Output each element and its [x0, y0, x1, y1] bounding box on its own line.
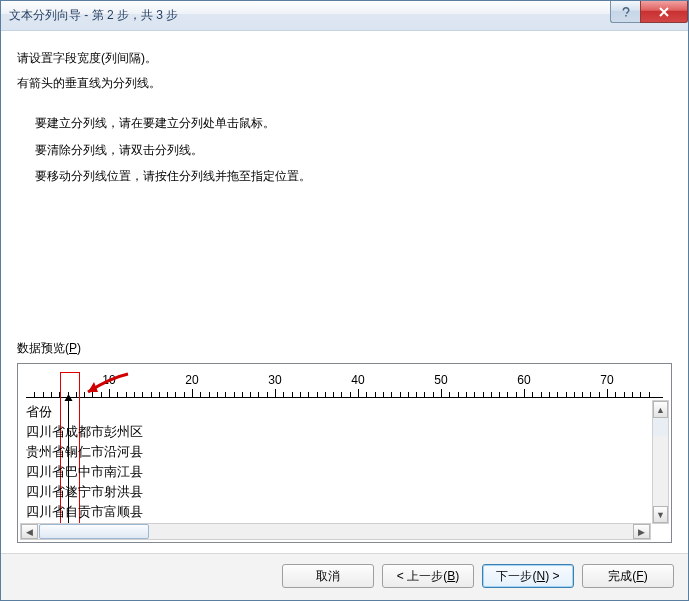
scroll-left-button[interactable]: ◀	[21, 524, 38, 539]
preview-row: 贵州省铜仁市沿河县	[26, 442, 649, 462]
instruction-move: 要移动分列线位置，请按住分列线并拖至指定位置。	[35, 166, 672, 186]
help-button[interactable]	[610, 1, 640, 23]
next-button[interactable]: 下一步(N) >	[482, 564, 574, 588]
intro-line-1: 请设置字段宽度(列间隔)。	[17, 49, 672, 68]
preview-box[interactable]: 10203040506070 省份四川省成都市彭州区贵州省铜仁市沿河县四川省巴中…	[17, 363, 672, 543]
ruler-tick-50: 50	[434, 373, 447, 387]
preview-row: 省份	[26, 402, 649, 422]
ruler-tick-10: 10	[102, 373, 115, 387]
close-button[interactable]	[640, 1, 688, 23]
instruction-create: 要建立分列线，请在要建立分列处单击鼠标。	[35, 113, 672, 133]
preview-row: 四川省巴中市南江县	[26, 462, 649, 482]
window-title: 文本分列向导 - 第 2 步，共 3 步	[9, 7, 178, 24]
dialog-footer: 取消 < 上一步(B) 下一步(N) > 完成(F)	[1, 553, 688, 600]
finish-button[interactable]: 完成(F)	[582, 564, 674, 588]
titlebar-buttons	[610, 1, 688, 23]
help-icon	[620, 6, 632, 18]
preview-row: 四川省成都市彭州区	[26, 422, 649, 442]
dialog-body: 请设置字段宽度(列间隔)。 有箭头的垂直线为分列线。 要建立分列线，请在要建立分…	[1, 31, 688, 553]
scroll-right-button[interactable]: ▶	[633, 524, 650, 539]
scroll-thumb[interactable]	[39, 524, 149, 539]
scroll-down-button[interactable]: ▼	[653, 506, 668, 523]
ruler[interactable]: 10203040506070	[26, 372, 663, 398]
ruler-tick-20: 20	[185, 373, 198, 387]
ruler-tick-30: 30	[268, 373, 281, 387]
ruler-tick-40: 40	[351, 373, 364, 387]
titlebar: 文本分列向导 - 第 2 步，共 3 步	[1, 1, 688, 31]
preview-section: 数据预览(P) 10203040506070 省份四川省成都市彭州区贵州省铜仁市…	[17, 340, 672, 543]
preview-label: 数据预览(P)	[17, 340, 672, 357]
back-button[interactable]: < 上一步(B)	[382, 564, 474, 588]
wizard-dialog: 文本分列向导 - 第 2 步，共 3 步 请设置字段宽度(列间隔)。 有箭头的垂…	[0, 0, 689, 601]
ruler-tick-70: 70	[600, 373, 613, 387]
preview-row: 四川省遂宁市射洪县	[26, 482, 649, 502]
break-line-arrowhead[interactable]	[65, 394, 73, 401]
scroll-up-button[interactable]: ▲	[653, 401, 668, 418]
preview-row: 四川省自贡市富顺县	[26, 502, 649, 522]
close-icon	[658, 6, 670, 18]
intro-line-2: 有箭头的垂直线为分列线。	[17, 74, 672, 93]
cancel-button[interactable]: 取消	[282, 564, 374, 588]
vertical-scrollbar[interactable]: ▲ ▼	[652, 400, 669, 524]
horizontal-scrollbar[interactable]: ◀ ▶	[20, 523, 651, 540]
instruction-clear: 要清除分列线，请双击分列线。	[35, 140, 672, 160]
intro-text: 请设置字段宽度(列间隔)。 有箭头的垂直线为分列线。	[17, 49, 672, 99]
preview-data: 省份四川省成都市彭州区贵州省铜仁市沿河县四川省巴中市南江县四川省遂宁市射洪县四川…	[26, 402, 649, 526]
instruction-list: 要建立分列线，请在要建立分列处单击鼠标。 要清除分列线，请双击分列线。 要移动分…	[35, 113, 672, 192]
ruler-tick-60: 60	[517, 373, 530, 387]
